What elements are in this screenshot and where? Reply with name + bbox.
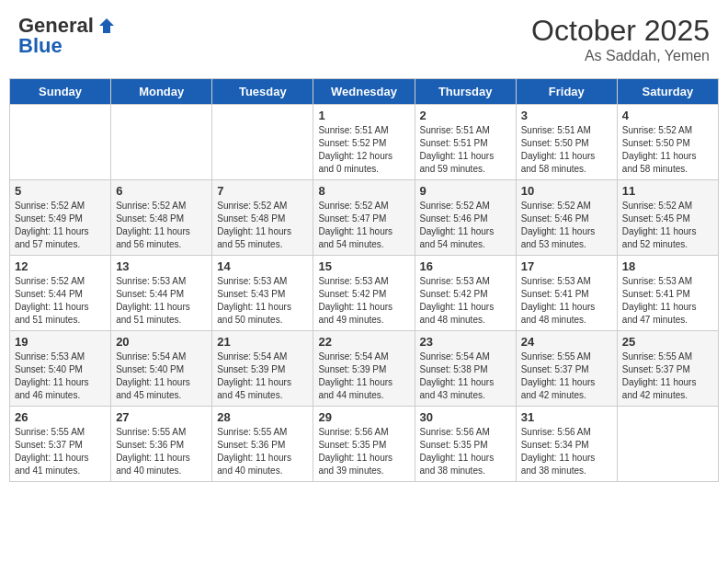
day-info: Sunrise: 5:53 AM Sunset: 5:44 PM Dayligh… — [116, 275, 207, 327]
day-info: Sunrise: 5:52 AM Sunset: 5:44 PM Dayligh… — [15, 275, 106, 327]
title-area: October 2025 As Saddah, Yemen — [531, 14, 710, 64]
day-cell: 1Sunrise: 5:51 AM Sunset: 5:52 PM Daylig… — [313, 105, 415, 180]
day-cell: 14Sunrise: 5:53 AM Sunset: 5:43 PM Dayli… — [212, 256, 313, 331]
calendar: SundayMondayTuesdayWednesdayThursdayFrid… — [9, 78, 719, 482]
day-info: Sunrise: 5:52 AM Sunset: 5:48 PM Dayligh… — [116, 200, 207, 251]
day-number: 27 — [116, 410, 207, 424]
day-number: 16 — [420, 259, 511, 273]
day-cell: 10Sunrise: 5:52 AM Sunset: 5:46 PM Dayli… — [516, 180, 617, 256]
day-cell: 29Sunrise: 5:56 AM Sunset: 5:35 PM Dayli… — [313, 407, 415, 482]
day-number: 1 — [318, 109, 409, 122]
day-number: 18 — [622, 259, 713, 273]
week-row-3: 12Sunrise: 5:52 AM Sunset: 5:44 PM Dayli… — [10, 256, 719, 331]
day-cell: 26Sunrise: 5:55 AM Sunset: 5:37 PM Dayli… — [10, 407, 111, 482]
week-row-4: 19Sunrise: 5:53 AM Sunset: 5:40 PM Dayli… — [10, 331, 719, 407]
day-info: Sunrise: 5:51 AM Sunset: 5:51 PM Dayligh… — [420, 124, 511, 176]
day-cell: 15Sunrise: 5:53 AM Sunset: 5:42 PM Dayli… — [313, 256, 415, 331]
day-info: Sunrise: 5:52 AM Sunset: 5:46 PM Dayligh… — [521, 200, 612, 251]
day-cell: 11Sunrise: 5:52 AM Sunset: 5:45 PM Dayli… — [617, 180, 718, 256]
day-number: 7 — [217, 184, 308, 198]
day-number: 12 — [15, 259, 106, 273]
week-row-5: 26Sunrise: 5:55 AM Sunset: 5:37 PM Dayli… — [10, 407, 719, 482]
day-cell: 28Sunrise: 5:55 AM Sunset: 5:36 PM Dayli… — [212, 407, 313, 482]
day-cell: 8Sunrise: 5:52 AM Sunset: 5:47 PM Daylig… — [313, 180, 415, 256]
day-cell: 27Sunrise: 5:55 AM Sunset: 5:36 PM Dayli… — [111, 407, 212, 482]
day-cell: 2Sunrise: 5:51 AM Sunset: 5:51 PM Daylig… — [415, 105, 516, 180]
day-cell: 13Sunrise: 5:53 AM Sunset: 5:44 PM Dayli… — [111, 256, 212, 331]
weekday-header-sunday: Sunday — [10, 79, 111, 105]
day-number: 11 — [622, 184, 713, 198]
day-number: 21 — [217, 335, 308, 349]
day-info: Sunrise: 5:53 AM Sunset: 5:40 PM Dayligh… — [15, 350, 106, 402]
day-info: Sunrise: 5:51 AM Sunset: 5:52 PM Dayligh… — [318, 124, 409, 176]
day-info: Sunrise: 5:53 AM Sunset: 5:43 PM Dayligh… — [217, 275, 308, 327]
day-info: Sunrise: 5:52 AM Sunset: 5:48 PM Dayligh… — [217, 200, 308, 251]
day-info: Sunrise: 5:52 AM Sunset: 5:45 PM Dayligh… — [622, 200, 713, 251]
weekday-header-wednesday: Wednesday — [313, 79, 415, 105]
logo: General Blue — [18, 14, 116, 58]
logo-icon — [97, 17, 116, 35]
day-number: 9 — [420, 184, 511, 198]
day-number: 2 — [420, 109, 511, 122]
day-cell: 20Sunrise: 5:54 AM Sunset: 5:40 PM Dayli… — [111, 331, 212, 407]
day-cell: 24Sunrise: 5:55 AM Sunset: 5:37 PM Dayli… — [516, 331, 617, 407]
day-cell: 9Sunrise: 5:52 AM Sunset: 5:46 PM Daylig… — [415, 180, 516, 256]
weekday-header-monday: Monday — [111, 79, 212, 105]
day-info: Sunrise: 5:54 AM Sunset: 5:40 PM Dayligh… — [116, 350, 207, 402]
day-cell: 18Sunrise: 5:53 AM Sunset: 5:41 PM Dayli… — [617, 256, 718, 331]
day-info: Sunrise: 5:55 AM Sunset: 5:36 PM Dayligh… — [116, 426, 207, 477]
day-info: Sunrise: 5:56 AM Sunset: 5:35 PM Dayligh… — [420, 426, 511, 477]
week-row-2: 5Sunrise: 5:52 AM Sunset: 5:49 PM Daylig… — [10, 180, 719, 256]
week-row-1: 1Sunrise: 5:51 AM Sunset: 5:52 PM Daylig… — [10, 105, 719, 180]
day-info: Sunrise: 5:55 AM Sunset: 5:37 PM Dayligh… — [15, 426, 106, 477]
day-cell: 22Sunrise: 5:54 AM Sunset: 5:39 PM Dayli… — [313, 331, 415, 407]
day-number: 31 — [521, 410, 612, 424]
day-cell: 19Sunrise: 5:53 AM Sunset: 5:40 PM Dayli… — [10, 331, 111, 407]
day-cell — [212, 105, 313, 180]
day-number: 24 — [521, 335, 612, 349]
day-number: 26 — [15, 410, 106, 424]
day-cell: 17Sunrise: 5:53 AM Sunset: 5:41 PM Dayli… — [516, 256, 617, 331]
day-cell: 31Sunrise: 5:56 AM Sunset: 5:34 PM Dayli… — [516, 407, 617, 482]
day-cell: 25Sunrise: 5:55 AM Sunset: 5:37 PM Dayli… — [617, 331, 718, 407]
day-cell: 6Sunrise: 5:52 AM Sunset: 5:48 PM Daylig… — [111, 180, 212, 256]
weekday-header-tuesday: Tuesday — [212, 79, 313, 105]
day-number: 5 — [15, 184, 106, 198]
day-cell: 3Sunrise: 5:51 AM Sunset: 5:50 PM Daylig… — [516, 105, 617, 180]
day-cell: 12Sunrise: 5:52 AM Sunset: 5:44 PM Dayli… — [10, 256, 111, 331]
day-number: 29 — [318, 410, 409, 424]
day-cell: 23Sunrise: 5:54 AM Sunset: 5:38 PM Dayli… — [415, 331, 516, 407]
weekday-header-row: SundayMondayTuesdayWednesdayThursdayFrid… — [10, 79, 719, 105]
day-number: 3 — [521, 109, 612, 122]
day-info: Sunrise: 5:54 AM Sunset: 5:39 PM Dayligh… — [217, 350, 308, 402]
day-info: Sunrise: 5:56 AM Sunset: 5:35 PM Dayligh… — [318, 426, 409, 477]
day-info: Sunrise: 5:53 AM Sunset: 5:41 PM Dayligh… — [622, 275, 713, 327]
day-number: 15 — [318, 259, 409, 273]
day-info: Sunrise: 5:52 AM Sunset: 5:49 PM Dayligh… — [15, 200, 106, 251]
weekday-header-thursday: Thursday — [415, 79, 516, 105]
day-info: Sunrise: 5:54 AM Sunset: 5:39 PM Dayligh… — [318, 350, 409, 402]
day-number: 6 — [116, 184, 207, 198]
day-number: 22 — [318, 335, 409, 349]
location-title: As Saddah, Yemen — [531, 48, 710, 64]
day-number: 8 — [318, 184, 409, 198]
day-number: 23 — [420, 335, 511, 349]
day-number: 10 — [521, 184, 612, 198]
day-cell: 7Sunrise: 5:52 AM Sunset: 5:48 PM Daylig… — [212, 180, 313, 256]
weekday-header-saturday: Saturday — [617, 79, 718, 105]
weekday-header-friday: Friday — [516, 79, 617, 105]
day-cell: 5Sunrise: 5:52 AM Sunset: 5:49 PM Daylig… — [10, 180, 111, 256]
day-number: 28 — [217, 410, 308, 424]
day-info: Sunrise: 5:54 AM Sunset: 5:38 PM Dayligh… — [420, 350, 511, 402]
day-info: Sunrise: 5:53 AM Sunset: 5:41 PM Dayligh… — [521, 275, 612, 327]
day-info: Sunrise: 5:52 AM Sunset: 5:46 PM Dayligh… — [420, 200, 511, 251]
day-info: Sunrise: 5:52 AM Sunset: 5:47 PM Dayligh… — [318, 200, 409, 251]
day-number: 25 — [622, 335, 713, 349]
day-info: Sunrise: 5:56 AM Sunset: 5:34 PM Dayligh… — [521, 426, 612, 477]
day-info: Sunrise: 5:53 AM Sunset: 5:42 PM Dayligh… — [318, 275, 409, 327]
day-number: 19 — [15, 335, 106, 349]
day-info: Sunrise: 5:55 AM Sunset: 5:37 PM Dayligh… — [521, 350, 612, 402]
day-cell: 30Sunrise: 5:56 AM Sunset: 5:35 PM Dayli… — [415, 407, 516, 482]
day-cell: 16Sunrise: 5:53 AM Sunset: 5:42 PM Dayli… — [415, 256, 516, 331]
day-info: Sunrise: 5:55 AM Sunset: 5:36 PM Dayligh… — [217, 426, 308, 477]
